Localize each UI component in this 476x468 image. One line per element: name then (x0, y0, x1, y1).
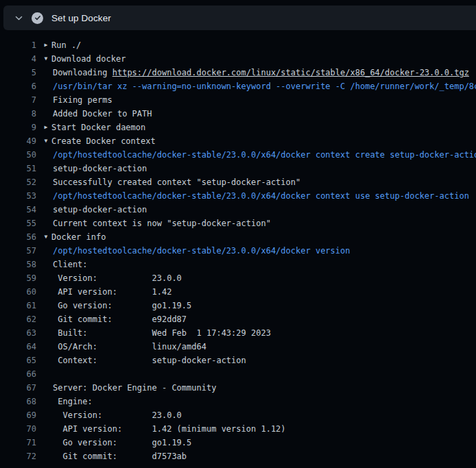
line-content: OS/Arch: linux/amd64 (36, 340, 476, 354)
line-content: Added Docker to PATH (36, 107, 476, 121)
line-number[interactable]: 7 (0, 93, 36, 107)
log-line: 61 Go version: go1.19.5 (0, 299, 476, 312)
line-number[interactable]: 65 (0, 354, 36, 367)
line-number[interactable]: 57 (0, 244, 36, 258)
log-group-header[interactable]: 56▼Docker info (0, 230, 476, 244)
log-group-header[interactable]: 9▶Start Docker daemon (0, 121, 476, 134)
line-content: Go version: go1.19.5 (36, 299, 476, 312)
line-number[interactable]: 9 (0, 121, 36, 134)
log-text: API version: 1.42 (53, 287, 171, 297)
command-text: /opt/hostedtoolcache/docker-stable/23.0.… (53, 150, 476, 160)
log-line: 58Client: (0, 258, 476, 271)
line-number[interactable]: 70 (0, 422, 36, 436)
line-content: Context: setup-docker-action (36, 354, 476, 367)
step-title: Set up Docker (51, 13, 111, 23)
log-text: setup-docker-action (53, 164, 147, 173)
line-content: Version: 23.0.0 (36, 408, 476, 422)
log-line: 51setup-docker-action (0, 162, 476, 175)
triangle-down-icon[interactable]: ▼ (41, 134, 51, 148)
line-number[interactable]: 59 (0, 271, 36, 285)
line-number[interactable]: 68 (0, 395, 36, 408)
line-number[interactable]: 6 (0, 79, 36, 93)
line-number[interactable]: 67 (0, 381, 36, 395)
log-text: Current context is now "setup-docker-act… (53, 219, 271, 228)
step-header[interactable]: Set up Docker (3, 5, 476, 30)
log-line: 53/opt/hostedtoolcache/docker-stable/23.… (0, 189, 476, 203)
triangle-right-icon[interactable]: ▶ (41, 121, 51, 134)
line-content: Built: Wed Feb 1 17:43:29 2023 (36, 326, 476, 340)
log-line: 64 OS/Arch: linux/amd64 (0, 340, 476, 354)
log-line: 52Successfully created context "setup-do… (0, 175, 476, 189)
log-text: Version: 23.0.0 (53, 410, 182, 420)
line-number[interactable]: 54 (0, 203, 36, 217)
log-line: 5Downloading https://download.docker.com… (0, 66, 476, 79)
log-text: Fixing perms (53, 95, 112, 105)
line-number[interactable]: 64 (0, 340, 36, 354)
log-link[interactable]: https://download.docker.com/linux/static… (112, 68, 469, 77)
group-title: Start Docker daemon (51, 123, 145, 132)
log-lines: 1▶Run ./4▼Download docker5Downloading ht… (0, 30, 476, 468)
log-line: 65 Context: setup-docker-action (0, 354, 476, 367)
line-content: Fixing perms (36, 93, 476, 107)
log-line: 54setup-docker-action (0, 203, 476, 217)
line-number[interactable]: 69 (0, 408, 36, 422)
line-number[interactable]: 71 (0, 436, 36, 449)
triangle-down-icon[interactable]: ▼ (41, 52, 51, 66)
log-text: Downloading (53, 68, 112, 77)
line-number[interactable]: 62 (0, 312, 36, 326)
log-line: 60 API version: 1.42 (0, 285, 476, 299)
line-number[interactable]: 61 (0, 299, 36, 312)
success-check-icon (32, 12, 43, 24)
line-content: Git commit: d7573ab (36, 449, 476, 463)
log-line: 71 Go version: go1.19.5 (0, 436, 476, 449)
line-number[interactable]: 5 (0, 66, 36, 79)
line-content: Successfully created context "setup-dock… (36, 175, 476, 189)
log-line: 62 Git commit: e92dd87 (0, 312, 476, 326)
line-number[interactable]: 51 (0, 162, 36, 175)
log-group-header[interactable]: 1▶Run ./ (0, 38, 476, 52)
line-content: ▼Download docker (36, 52, 476, 66)
line-number[interactable]: 4 (0, 52, 36, 66)
line-number[interactable]: 52 (0, 175, 36, 189)
log-text: Built: Wed Feb 1 17:43:29 2023 (53, 328, 271, 338)
line-number[interactable]: 60 (0, 285, 36, 299)
group-title: Create Docker context (51, 136, 156, 146)
line-number[interactable]: 50 (0, 148, 36, 162)
line-content: Engine: (36, 395, 476, 408)
log-text: Added Docker to PATH (53, 109, 152, 119)
line-content: ▶Start Docker daemon (36, 121, 476, 134)
line-number[interactable]: 8 (0, 107, 36, 121)
line-content: Server: Docker Engine - Community (36, 381, 476, 395)
line-number[interactable]: 55 (0, 217, 36, 230)
log-group-header[interactable]: 49▼Create Docker context (0, 134, 476, 148)
line-content: setup-docker-action (36, 203, 476, 217)
log-line: 67Server: Docker Engine - Community (0, 381, 476, 395)
log-line: 57/opt/hostedtoolcache/docker-stable/23.… (0, 244, 476, 258)
line-number[interactable]: 49 (0, 134, 36, 148)
line-content: /opt/hostedtoolcache/docker-stable/23.0.… (36, 189, 476, 203)
triangle-down-icon[interactable]: ▼ (41, 230, 51, 244)
log-text: Go version: go1.19.5 (53, 438, 191, 447)
line-content: API version: 1.42 (36, 285, 476, 299)
line-number[interactable]: 56 (0, 230, 36, 244)
line-content: /usr/bin/tar xz --warning=no-unknown-key… (36, 79, 476, 93)
line-number[interactable]: 1 (0, 38, 36, 52)
log-text: Engine: (53, 397, 93, 406)
log-text: setup-docker-action (53, 205, 147, 214)
line-number[interactable]: 58 (0, 258, 36, 271)
log-line: 70 API version: 1.42 (minimum version 1.… (0, 422, 476, 436)
line-number[interactable]: 63 (0, 326, 36, 340)
log-line: 63 Built: Wed Feb 1 17:43:29 2023 (0, 326, 476, 340)
log-group-header[interactable]: 4▼Download docker (0, 52, 476, 66)
group-title: Run ./ (51, 40, 81, 50)
log-line: 68 Engine: (0, 395, 476, 408)
log-line: 8Added Docker to PATH (0, 107, 476, 121)
triangle-right-icon[interactable]: ▶ (41, 38, 51, 52)
log-text: OS/Arch: linux/amd64 (53, 342, 206, 352)
line-number[interactable]: 72 (0, 449, 36, 463)
log-line: 66 (0, 367, 476, 381)
chevron-down-icon[interactable] (13, 12, 24, 23)
command-text: /opt/hostedtoolcache/docker-stable/23.0.… (53, 191, 469, 201)
line-number[interactable]: 66 (0, 367, 36, 381)
line-number[interactable]: 53 (0, 189, 36, 203)
